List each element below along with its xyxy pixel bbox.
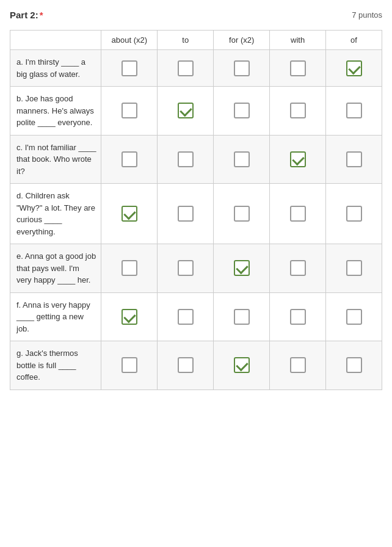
table-row: f. Anna is very happy ____ getting a new…: [10, 292, 382, 341]
checkbox-c-about[interactable]: [122, 151, 137, 167]
checkbox-cell-of[interactable]: [326, 244, 382, 293]
checkbox-cell-with[interactable]: [270, 184, 326, 244]
checkbox-g-of[interactable]: [346, 357, 362, 373]
checkbox-d-for[interactable]: [234, 206, 250, 222]
checkbox-cell-of[interactable]: [326, 341, 382, 390]
main-container: Part 2:* 7 puntos about (x2) to for (x2)…: [0, 0, 392, 400]
checkbox-cell-of[interactable]: [326, 135, 382, 184]
checkbox-cell-with[interactable]: [270, 244, 326, 293]
checkbox-cell-for[interactable]: [214, 50, 270, 87]
sentence-cell: c. I'm not familiar ____ that book. Who …: [10, 135, 101, 184]
table-row: a. I'm thirsty ____ a big glass of water…: [10, 50, 382, 87]
checkbox-b-for[interactable]: [234, 103, 250, 118]
checkbox-cell-for[interactable]: [214, 341, 270, 390]
col-for: for (x2): [214, 31, 270, 50]
checkbox-cell-to[interactable]: [158, 184, 214, 244]
checkbox-cell-about[interactable]: [101, 135, 158, 184]
sentence-cell: d. Children ask "Why?" a lot. They are c…: [10, 184, 101, 244]
checkbox-cell-about[interactable]: [101, 50, 158, 87]
col-about: about (x2): [101, 31, 158, 50]
checkbox-cell-about[interactable]: [101, 184, 158, 244]
checkbox-f-for[interactable]: [234, 309, 250, 325]
table-row: e. Anna got a good job that pays well. I…: [10, 244, 382, 293]
checkbox-c-with[interactable]: [290, 151, 306, 167]
checkbox-e-to[interactable]: [178, 260, 194, 276]
sentence-cell: f. Anna is very happy ____ getting a new…: [10, 292, 101, 341]
checkbox-cell-for[interactable]: [214, 87, 270, 136]
checkbox-cell-for[interactable]: [214, 244, 270, 293]
checkbox-cell-with[interactable]: [270, 135, 326, 184]
checkbox-cell-with[interactable]: [270, 50, 326, 87]
checkbox-b-about[interactable]: [122, 103, 137, 118]
checkbox-cell-for[interactable]: [214, 184, 270, 244]
checkbox-g-with[interactable]: [290, 357, 306, 373]
part-label: Part 2:*: [10, 10, 43, 20]
checkbox-g-for[interactable]: [234, 357, 250, 373]
checkbox-e-of[interactable]: [346, 260, 362, 276]
checkbox-cell-to[interactable]: [158, 50, 214, 87]
checkbox-b-to[interactable]: [178, 103, 194, 118]
checkbox-cell-to[interactable]: [158, 341, 214, 390]
col-sentence: [10, 31, 101, 50]
checkbox-f-about[interactable]: [122, 309, 137, 325]
table-header-row: about (x2) to for (x2) with of: [10, 31, 382, 50]
checkbox-d-of[interactable]: [346, 206, 362, 222]
checkbox-g-about[interactable]: [122, 357, 137, 373]
checkbox-cell-for[interactable]: [214, 135, 270, 184]
header: Part 2:* 7 puntos: [10, 10, 382, 20]
checkbox-cell-about[interactable]: [101, 341, 158, 390]
col-to: to: [158, 31, 214, 50]
checkbox-cell-for[interactable]: [214, 292, 270, 341]
checkbox-c-for[interactable]: [234, 151, 250, 167]
checkbox-a-about[interactable]: [122, 60, 137, 76]
checkbox-c-to[interactable]: [178, 151, 194, 167]
checkbox-cell-of[interactable]: [326, 87, 382, 136]
checkbox-a-of[interactable]: [346, 60, 362, 76]
checkbox-e-for[interactable]: [234, 260, 250, 276]
sentence-cell: e. Anna got a good job that pays well. I…: [10, 244, 101, 293]
checkbox-f-to[interactable]: [178, 309, 194, 325]
checkbox-cell-to[interactable]: [158, 244, 214, 293]
checkbox-cell-to[interactable]: [158, 135, 214, 184]
checkbox-cell-about[interactable]: [101, 87, 158, 136]
table-row: b. Joe has good manners. He's always pol…: [10, 87, 382, 136]
col-with: with: [270, 31, 326, 50]
table-row: d. Children ask "Why?" a lot. They are c…: [10, 184, 382, 244]
checkbox-f-of[interactable]: [346, 309, 362, 325]
checkbox-cell-about[interactable]: [101, 244, 158, 293]
checkbox-e-about[interactable]: [122, 260, 137, 276]
checkbox-cell-about[interactable]: [101, 292, 158, 341]
exercise-table: about (x2) to for (x2) with of a. I'm th…: [10, 30, 382, 390]
checkbox-a-with[interactable]: [290, 60, 306, 76]
table-row: g. Jack's thermos bottle is full ____ co…: [10, 341, 382, 390]
checkbox-d-about[interactable]: [122, 206, 137, 222]
checkbox-cell-of[interactable]: [326, 50, 382, 87]
checkbox-e-with[interactable]: [290, 260, 306, 276]
checkbox-b-with[interactable]: [290, 103, 306, 118]
sentence-cell: g. Jack's thermos bottle is full ____ co…: [10, 341, 101, 390]
checkbox-cell-of[interactable]: [326, 292, 382, 341]
checkbox-cell-with[interactable]: [270, 292, 326, 341]
checkbox-a-to[interactable]: [178, 60, 194, 76]
table-row: c. I'm not familiar ____ that book. Who …: [10, 135, 382, 184]
checkbox-g-to[interactable]: [178, 357, 194, 373]
checkbox-cell-of[interactable]: [326, 184, 382, 244]
checkbox-a-for[interactable]: [234, 60, 250, 76]
checkbox-d-with[interactable]: [290, 206, 306, 222]
asterisk: *: [40, 10, 43, 20]
checkbox-c-of[interactable]: [346, 151, 362, 167]
sentence-cell: a. I'm thirsty ____ a big glass of water…: [10, 50, 101, 87]
part-label-text: Part 2:: [10, 10, 38, 20]
checkbox-cell-with[interactable]: [270, 87, 326, 136]
points-label: 7 puntos: [352, 10, 382, 20]
checkbox-cell-with[interactable]: [270, 341, 326, 390]
checkbox-cell-to[interactable]: [158, 292, 214, 341]
checkbox-cell-to[interactable]: [158, 87, 214, 136]
checkbox-f-with[interactable]: [290, 309, 306, 325]
checkbox-d-to[interactable]: [178, 206, 194, 222]
sentence-cell: b. Joe has good manners. He's always pol…: [10, 87, 101, 136]
checkbox-b-of[interactable]: [346, 103, 362, 118]
col-of: of: [326, 31, 382, 50]
